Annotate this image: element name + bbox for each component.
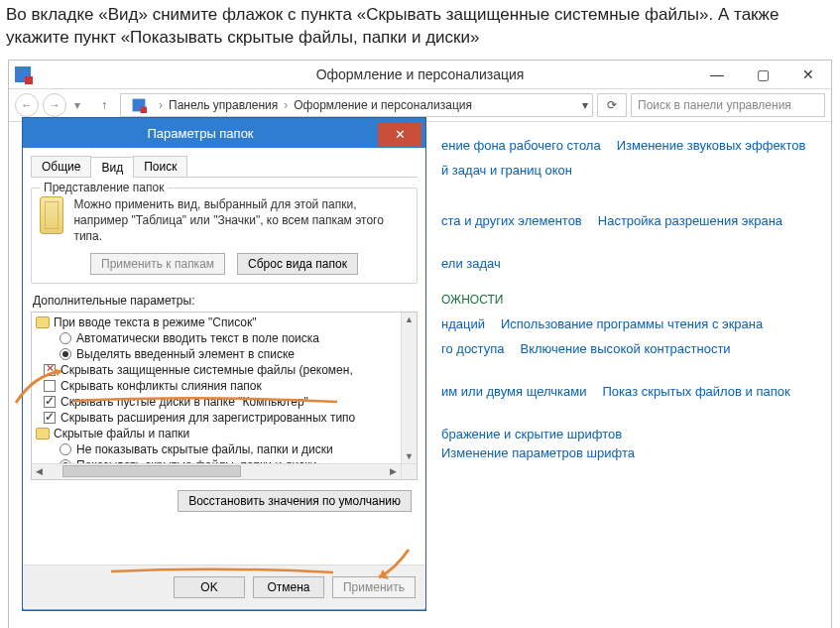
link-recs[interactable]: ндаций (441, 316, 485, 331)
dialog-title-bar[interactable]: Параметры папок ✕ (23, 118, 425, 148)
folder-options-dialog: Параметры папок ✕ Общие Вид Поиск Предст… (22, 117, 426, 611)
advanced-params-tree[interactable]: При вводе текста в режиме "Список" Автом… (31, 312, 418, 480)
folder-icon (36, 428, 50, 440)
instruction-text: Во вкладке «Вид» снимите флажок с пункта… (0, 0, 840, 58)
history-dropdown[interactable]: ▾ (70, 98, 84, 112)
checkbox[interactable] (44, 412, 56, 424)
tree-item-dont-show[interactable]: Не показывать скрытые файлы, папки и дис… (76, 442, 333, 456)
dialog-close-button[interactable]: ✕ (378, 123, 421, 147)
apply-to-folders-button[interactable]: Применить к папкам (90, 253, 225, 275)
tree-item-hide-ext[interactable]: Скрывать расширения для зарегистрированн… (60, 411, 355, 425)
ok-button[interactable]: OK (174, 576, 245, 598)
tree-item-hide-empty[interactable]: Скрывать пустые диски в папке "Компьютер… (60, 395, 308, 409)
group-title: Представление папок (40, 181, 168, 194)
link-taskbar-colors[interactable]: й задач и границ окон (441, 163, 572, 178)
link-contrast[interactable]: Включение высокой контрастности (520, 341, 730, 356)
radio[interactable] (60, 332, 71, 344)
link-fonts-hide[interactable]: бражение и скрытие шрифтов (441, 427, 622, 441)
link-resolution[interactable]: Настройка разрешения экрана (598, 213, 782, 228)
search-input[interactable]: Поиск в панели управления (631, 93, 825, 117)
radio[interactable] (60, 348, 71, 360)
checkbox[interactable] (44, 380, 56, 392)
forward-button[interactable]: → (43, 93, 66, 117)
scroll-right-icon[interactable]: ▶ (386, 466, 401, 476)
dialog-title: Параметры папок (23, 126, 378, 141)
link-bg[interactable]: ение фона рабочего стола (441, 138, 601, 153)
tree-item-hide-merge[interactable]: Скрывать конфликты слияния папок (60, 379, 262, 393)
minimize-button[interactable]: — (694, 61, 740, 88)
section-heading: ОЖНОСТИ (441, 293, 503, 307)
tree-folder-2: Скрытые файлы и папки (54, 427, 189, 440)
link-screen-reader[interactable]: Использование программы чтения с экрана (501, 316, 763, 331)
folder-icon (40, 196, 63, 234)
breadcrumb-2[interactable]: Оформление и персонализация (294, 98, 472, 112)
window-icon (15, 66, 31, 82)
link-hidden-files[interactable]: Показ скрытых файлов и папок (603, 384, 790, 399)
up-button[interactable]: ↑ (92, 93, 116, 117)
chevron-right-icon: › (159, 98, 163, 112)
hscroll-thumb[interactable] (62, 465, 241, 477)
scroll-down-icon[interactable]: ▼ (405, 449, 414, 463)
chevron-right-icon: › (284, 98, 288, 112)
radio-dont-show-hidden[interactable] (60, 443, 71, 455)
scroll-left-icon[interactable]: ◀ (32, 466, 47, 476)
link-taskbar[interactable]: ели задач (441, 256, 501, 271)
tree-hscrollbar[interactable]: ◀ ▶ (32, 463, 401, 479)
checkbox[interactable] (44, 396, 56, 408)
tab-view[interactable]: Вид (90, 157, 134, 178)
maximize-button[interactable]: ▢ (740, 61, 785, 88)
dialog-footer: OK Отмена Применить (23, 565, 425, 608)
chevron-down-icon[interactable]: ▾ (582, 98, 588, 112)
tab-bar: Общие Вид Поиск (31, 156, 418, 178)
tab-general[interactable]: Общие (31, 156, 91, 177)
link-access[interactable]: го доступа (441, 341, 504, 356)
link-sound[interactable]: Изменение звуковых эффектов (617, 138, 806, 153)
window-title: Оформление и персонализация (316, 66, 525, 82)
reset-folder-view-button[interactable]: Сброс вида папок (237, 253, 358, 275)
breadcrumb-1[interactable]: Панель управления (169, 98, 278, 112)
tab-search[interactable]: Поиск (133, 156, 187, 177)
tree-item-hide-system[interactable]: Скрывать защищенные системные файлы (рек… (60, 363, 353, 377)
folder-text: Можно применить вид, выбранный для этой … (73, 196, 409, 245)
address-icon (133, 98, 146, 111)
scroll-up-icon[interactable]: ▲ (405, 313, 414, 326)
cancel-button[interactable]: Отмена (253, 576, 324, 598)
params-label: Дополнительные параметры: (33, 294, 418, 308)
link-font-params[interactable]: Изменение параметров шрифта (441, 445, 635, 460)
checkbox-hide-system-files[interactable] (44, 364, 56, 376)
address-bar[interactable]: › Панель управления › Оформление и персо… (120, 93, 593, 117)
apply-button[interactable]: Применить (332, 576, 416, 598)
tree-item-highlight[interactable]: Выделять введенный элемент в списке (76, 347, 295, 361)
refresh-button[interactable]: ⟳ (597, 93, 627, 117)
folder-icon (36, 316, 50, 328)
title-bar: Оформление и персонализация — ▢ ✕ (9, 61, 831, 88)
link-text-size[interactable]: ста и других элементов (441, 213, 582, 228)
restore-defaults-button[interactable]: Восстановить значения по умолчанию (178, 490, 412, 512)
links-column: ение фона рабочего стола Изменение звуко… (441, 128, 819, 470)
tree-item-auto-type[interactable]: Автоматически вводить текст в поле поиск… (76, 331, 319, 345)
scroll-corner (401, 463, 417, 479)
back-button[interactable]: ← (15, 93, 39, 117)
close-button[interactable]: ✕ (785, 61, 831, 88)
tree-vscrollbar[interactable]: ▲ ▼ (401, 313, 417, 463)
folder-view-group: Представление папок Можно применить вид,… (31, 188, 418, 284)
tree-folder-1: При вводе текста в режиме "Список" (54, 315, 257, 329)
link-clicks[interactable]: им или двумя щелчками (441, 384, 587, 399)
